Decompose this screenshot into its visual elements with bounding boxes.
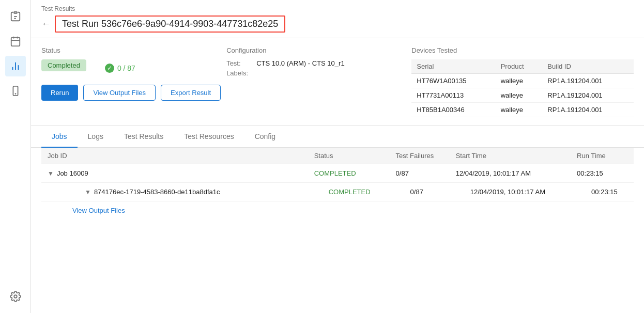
job-row: ▼874176ec-1719-4583-8660-de11ba8dfa1c CO… xyxy=(41,183,634,201)
page-title: Test Run 536c76e6-9a90-4914-9903-447731c… xyxy=(55,15,285,33)
devices-label: Devices Tested xyxy=(411,46,634,54)
device-row: HT85B1A00346 walleye RP1A.191204.001 xyxy=(411,103,634,117)
title-row: ← Test Run 536c76e6-9a90-4914-9903-44773… xyxy=(41,15,634,33)
test-key: Test: xyxy=(226,59,252,67)
job-id: ▼Job 16009 xyxy=(41,164,308,183)
sidebar xyxy=(0,0,31,313)
device-product: walleye xyxy=(496,103,543,117)
job-row: ▼Job 16009 COMPLETED 0/87 12/04/2019, 10… xyxy=(41,164,634,183)
export-button[interactable]: Export Result xyxy=(161,85,221,101)
status-badge: Completed xyxy=(41,59,86,71)
job-start-time: 12/04/2019, 10:01:17 AM xyxy=(450,183,571,201)
view-output-button[interactable]: View Output Files xyxy=(83,85,156,101)
chart-icon[interactable] xyxy=(5,56,26,76)
device-build: RP1A.191204.001 xyxy=(542,103,634,117)
th-failures: Test Failures xyxy=(390,148,450,164)
col-build: Build ID xyxy=(542,59,634,74)
status-col: Status Completed ✓ 0 / 87 Rerun View Out… xyxy=(41,46,226,117)
tab-jobs[interactable]: Jobs xyxy=(41,126,78,148)
th-status: Status xyxy=(308,148,390,164)
job-failures: 0/87 xyxy=(390,164,450,183)
th-run-time: Run Time xyxy=(571,148,634,164)
svg-rect-1 xyxy=(14,12,17,13)
clipboard-icon[interactable] xyxy=(5,6,26,27)
th-start-time: Start Time xyxy=(450,148,571,164)
rerun-button[interactable]: Rerun xyxy=(41,85,78,101)
device-product: walleye xyxy=(496,88,543,103)
th-job-id: Job ID xyxy=(41,148,308,164)
chevron-icon[interactable]: ▼ xyxy=(48,170,54,177)
pass-count: ✓ 0 / 87 xyxy=(105,64,135,73)
device-serial: HT76W1A00135 xyxy=(411,74,495,88)
jobs-area: Job ID Status Test Failures Start Time R… xyxy=(31,148,644,313)
status-row: Completed ✓ 0 / 87 xyxy=(41,59,226,76)
tabs: Jobs Logs Test Results Test Resources Co… xyxy=(31,126,644,148)
action-buttons: Rerun View Output Files Export Result xyxy=(41,85,226,101)
tab-logs[interactable]: Logs xyxy=(78,126,114,148)
device-product: walleye xyxy=(496,74,543,88)
labels-key: Labels: xyxy=(226,69,252,77)
check-icon: ✓ xyxy=(105,64,114,73)
device-build: RP1A.191204.001 xyxy=(542,88,634,103)
gear-icon[interactable] xyxy=(5,286,26,307)
job-status: COMPLETED xyxy=(308,164,390,183)
job-start-time: 12/04/2019, 10:01:17 AM xyxy=(450,164,571,183)
svg-point-13 xyxy=(14,295,17,298)
job-failures: 0/87 xyxy=(390,183,450,201)
chevron-icon[interactable]: ▼ xyxy=(85,189,91,196)
device-build: RP1A.191204.001 xyxy=(542,74,634,88)
col-serial: Serial xyxy=(411,59,495,74)
test-value: CTS 10.0 (ARM) - CTS 10_r1 xyxy=(256,59,345,67)
device-row: HT7731A00113 walleye RP1A.191204.001 xyxy=(411,88,634,103)
main-content: Test Results ← Test Run 536c76e6-9a90-49… xyxy=(31,0,644,313)
breadcrumb: Test Results xyxy=(41,5,634,12)
job-id: ▼874176ec-1719-4583-8660-de11ba8dfa1c xyxy=(41,183,308,201)
device-row: HT76W1A00135 walleye RP1A.191204.001 xyxy=(411,74,634,88)
calendar-icon[interactable] xyxy=(5,31,26,52)
phone-icon[interactable] xyxy=(5,81,26,101)
tab-test-results[interactable]: Test Results xyxy=(114,126,174,148)
col-product: Product xyxy=(496,59,543,74)
header: Test Results ← Test Run 536c76e6-9a90-49… xyxy=(31,0,644,38)
device-serial: HT85B1A00346 xyxy=(411,103,495,117)
job-run-time: 00:23:15 xyxy=(571,183,634,201)
job-run-time: 00:23:15 xyxy=(571,164,634,183)
svg-rect-4 xyxy=(11,38,20,46)
info-section: Status Completed ✓ 0 / 87 Rerun View Out… xyxy=(31,38,644,126)
tab-config[interactable]: Config xyxy=(244,126,286,148)
view-output-link[interactable]: View Output Files xyxy=(41,201,634,220)
devices-table: Serial Product Build ID HT76W1A00135 wal… xyxy=(411,59,634,117)
jobs-table: Job ID Status Test Failures Start Time R… xyxy=(41,148,634,201)
devices-col: Devices Tested Serial Product Build ID H… xyxy=(411,46,634,117)
config-test-row: Test: CTS 10.0 (ARM) - CTS 10_r1 xyxy=(226,59,411,67)
tab-test-resources[interactable]: Test Resources xyxy=(174,126,244,148)
config-col: Configuration Test: CTS 10.0 (ARM) - CTS… xyxy=(226,46,411,117)
status-label: Status xyxy=(41,46,226,54)
job-status: COMPLETED xyxy=(308,183,390,201)
config-labels-row: Labels: xyxy=(226,69,411,77)
config-label: Configuration xyxy=(226,46,411,54)
back-button[interactable]: ← xyxy=(41,19,51,29)
device-serial: HT7731A00113 xyxy=(411,88,495,103)
